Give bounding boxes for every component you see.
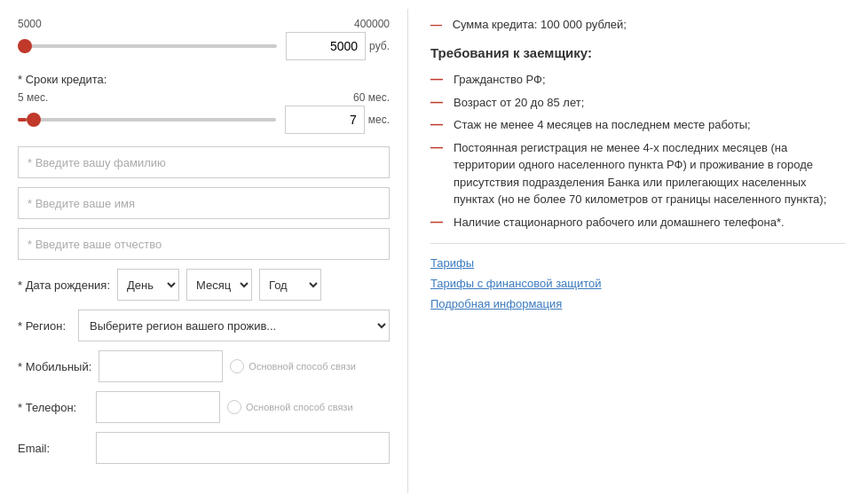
phone-input[interactable]	[96, 391, 220, 423]
email-row: Email:	[18, 432, 390, 464]
requirement-item-4: — Постоянная регистрация не менее 4-х по…	[430, 139, 846, 208]
mobile-radio-circle[interactable]	[230, 359, 244, 373]
term-unit: мес.	[368, 114, 390, 126]
amount-slider-row: руб.	[18, 32, 390, 60]
dash-1: —	[430, 72, 445, 86]
dob-row: * Дата рождения: День Месяц Год	[18, 269, 390, 301]
left-panel: 5000 400000 руб. * Сроки кредита:	[0, 9, 408, 493]
term-min-label: 5 мес.	[18, 91, 48, 104]
term-label-text: * Сроки кредита:	[18, 73, 107, 86]
region-row: * Регион: Выберите регион вашего прожив.…	[18, 310, 390, 341]
phone-radio-option[interactable]: Основной способ связи	[227, 400, 353, 414]
dash-5: —	[430, 215, 445, 229]
dob-label: * Дата рождения:	[18, 278, 110, 292]
amount-min-label: 5000	[18, 18, 42, 30]
divider	[430, 243, 846, 244]
phone-radio-label: Основной способ связи	[246, 402, 353, 412]
mobile-input[interactable]	[99, 350, 223, 382]
term-max-label: 60 мес.	[353, 91, 390, 104]
region-label: * Регион:	[18, 319, 71, 333]
amount-slider-track[interactable]	[18, 43, 277, 49]
term-value-input[interactable]	[285, 106, 365, 134]
term-slider-fill	[18, 118, 27, 122]
dob-year-select[interactable]: Год	[259, 269, 321, 301]
name-input[interactable]	[18, 187, 390, 219]
requirement-text-3: Стаж не менее 4 месяцев на последнем мес…	[454, 116, 751, 134]
dob-month-select[interactable]: Месяц	[186, 269, 252, 301]
amount-slider-section: 5000 400000 руб.	[18, 18, 390, 60]
dash-3: —	[430, 117, 445, 131]
requirements-list: — Гражданство РФ; — Возраст от 20 до 85 …	[430, 71, 846, 231]
requirement-text-4: Постоянная регистрация не менее 4-х посл…	[454, 139, 846, 208]
term-label: * Сроки кредита:	[18, 73, 390, 86]
amount-slider-bg	[18, 44, 277, 48]
term-slider-labels: 5 мес. 60 мес.	[18, 91, 390, 104]
credit-sum-text: — Сумма кредита: 100 000 рублей;	[430, 18, 846, 31]
mobile-radio-label: Основной способ связи	[249, 361, 356, 372]
credit-sum-value: Сумма кредита: 100 000 рублей;	[453, 18, 627, 31]
requirement-text-2: Возраст от 20 до 85 лет;	[454, 94, 584, 112]
mobile-radio-option[interactable]: Основной способ связи	[230, 359, 356, 373]
term-slider-thumb[interactable]	[27, 113, 41, 127]
link-tariffs-protected[interactable]: Тарифы с финансовой защитой	[430, 277, 846, 290]
amount-value-input[interactable]	[286, 32, 366, 60]
amount-input-group: руб.	[286, 32, 390, 60]
requirement-item-5: — Наличие стационарного рабочего или дом…	[430, 214, 846, 231]
region-select[interactable]: Выберите регион вашего прожив...	[78, 310, 390, 341]
requirement-item-3: — Стаж не менее 4 месяцев на последнем м…	[430, 116, 846, 134]
link-detailed-info[interactable]: Подробная информация	[430, 297, 846, 310]
amount-max-label: 400000	[354, 18, 390, 30]
patronymic-field	[18, 228, 390, 260]
mobile-label: * Мобильный:	[18, 360, 91, 373]
term-slider-bg	[18, 118, 276, 122]
phone-radio-circle[interactable]	[227, 400, 241, 414]
term-slider-section: * Сроки кредита: 5 мес. 60 мес. мес.	[18, 73, 390, 134]
requirement-text-5: Наличие стационарного рабочего или домаш…	[454, 214, 785, 231]
term-input-group: мес.	[285, 106, 390, 134]
phone-row: * Телефон: Основной способ связи	[18, 391, 390, 423]
dob-day-select[interactable]: День	[117, 269, 179, 301]
term-slider-track[interactable]	[18, 117, 276, 122]
amount-slider-labels: 5000 400000	[18, 18, 390, 30]
amount-unit: руб.	[369, 40, 390, 52]
dash-2: —	[430, 95, 445, 109]
right-panel: — Сумма кредита: 100 000 рублей; Требова…	[408, 9, 868, 493]
requirement-item-1: — Гражданство РФ;	[430, 71, 846, 89]
email-label: Email:	[18, 442, 89, 455]
requirement-text-1: Гражданство РФ;	[454, 71, 546, 89]
amount-slider-thumb[interactable]	[18, 39, 32, 53]
mobile-row: * Мобильный: Основной способ связи	[18, 350, 390, 382]
name-field	[18, 187, 390, 219]
requirements-title: Требования к заемщику:	[430, 45, 846, 60]
surname-field	[18, 146, 390, 178]
term-slider-row: мес.	[18, 106, 390, 134]
requirement-item-2: — Возраст от 20 до 85 лет;	[430, 94, 846, 112]
patronymic-input[interactable]	[18, 228, 390, 260]
email-input[interactable]	[96, 432, 390, 464]
surname-input[interactable]	[18, 146, 390, 178]
dash-4: —	[430, 140, 445, 154]
link-tariffs[interactable]: Тарифы	[430, 256, 846, 270]
phone-label: * Телефон:	[18, 401, 89, 414]
